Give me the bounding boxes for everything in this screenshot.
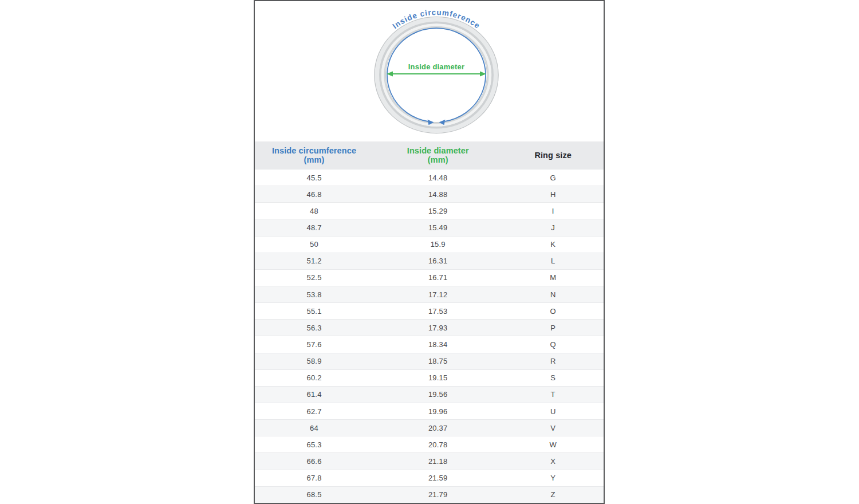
ring-size-cell: I [502,207,604,215]
ring-size-cell: N [502,290,604,299]
diameter-cell: 19.56 [373,390,502,399]
ring-size-cell: V [502,424,604,432]
diameter-cell: 19.96 [373,407,502,416]
ring-size-cell: O [502,307,604,316]
table-row: 60.219.15S [255,369,604,386]
diameter-cell: 21.59 [373,474,502,482]
ring-size-cell: H [502,190,604,199]
diameter-arrow [387,72,486,77]
diameter-cell: 20.78 [373,440,502,449]
table-row: 4815.29I [255,202,604,219]
table-row: 57.618.34Q [255,336,604,352]
table-header-row: Inside circumference (mm) Inside diamete… [255,141,604,169]
diameter-cell: 15.49 [373,223,502,232]
diameter-cell: 18.75 [373,357,502,365]
ring-size-cell: J [502,223,604,232]
diameter-label: Inside diameter [408,62,464,71]
ring-size-chart-panel: Inside circumference Inside diameter Ins… [254,0,605,504]
diameter-cell: 15.9 [373,240,502,249]
ring-illustration [375,17,498,133]
table-row: 46.814.88H [255,186,604,202]
ring-size-cell: X [502,457,604,466]
table-row: 45.514.48G [255,169,604,186]
table-row: 58.918.75R [255,353,604,369]
diameter-cell: 21.79 [373,490,502,499]
header-line1: Inside diameter [407,146,469,155]
diameter-cell: 18.34 [373,340,502,349]
table-row: 53.817.12N [255,286,604,302]
header-inside-diameter: Inside diameter (mm) [373,146,502,164]
ring-size-cell: Q [502,340,604,349]
table-body: 45.514.48G46.814.88H4815.29I48.715.49J50… [255,169,604,503]
table-row: 56.317.93P [255,319,604,336]
circumference-cell: 55.1 [255,307,373,316]
ring-size-cell: Y [502,474,604,482]
circumference-cell: 52.5 [255,273,373,282]
circumference-cell: 45.5 [255,174,373,182]
ring-size-cell: Z [502,490,604,499]
diameter-cell: 15.29 [373,207,502,215]
diameter-cell: 20.37 [373,424,502,432]
header-ring-size: Ring size [502,151,604,160]
ring-size-cell: G [502,174,604,182]
table-row: 67.821.59Y [255,470,604,486]
circumference-cell: 60.2 [255,373,373,382]
circumference-cell: 56.3 [255,324,373,332]
ring-size-cell: U [502,407,604,416]
circumference-cell: 57.6 [255,340,373,349]
table-row: 66.621.18X [255,452,604,469]
table-row: 48.715.49J [255,219,604,235]
table-row: 52.516.71M [255,269,604,286]
circumference-cell: 53.8 [255,290,373,299]
ring-diagram-svg: Inside circumference Inside diameter [255,1,604,141]
ring-size-cell: T [502,390,604,399]
circumference-cell: 62.7 [255,407,373,416]
diameter-cell: 17.12 [373,290,502,299]
diameter-cell: 14.48 [373,174,502,182]
table-row: 55.117.53O [255,302,604,319]
table-row: 61.419.56T [255,386,604,403]
circumference-cell: 48.7 [255,223,373,232]
ring-diagram: Inside circumference Inside diameter [255,1,604,141]
circumference-cell: 64 [255,424,373,432]
diameter-cell: 14.88 [373,190,502,199]
circumference-cell: 66.6 [255,457,373,466]
circumference-cell: 58.9 [255,357,373,365]
table-row: 51.216.31L [255,253,604,269]
table-row: 65.320.78W [255,436,604,452]
ring-size-cell: M [502,273,604,282]
header-inside-circumference: Inside circumference (mm) [255,146,373,164]
diameter-cell: 16.31 [373,257,502,265]
ring-size-cell: R [502,357,604,365]
header-line1: Inside circumference [272,146,356,155]
header-line2: (mm) [373,155,502,164]
ring-size-cell: W [502,440,604,449]
page: Inside circumference Inside diameter Ins… [0,0,859,504]
ring-size-cell: K [502,240,604,249]
table-row: 6420.37V [255,419,604,436]
ring-size-cell: S [502,373,604,382]
circumference-cell: 68.5 [255,490,373,499]
diameter-cell: 17.53 [373,307,502,316]
ring-size-cell: P [502,324,604,332]
header-line2: (mm) [255,155,373,164]
circumference-cell: 50 [255,240,373,249]
diameter-cell: 17.93 [373,324,502,332]
diameter-cell: 16.71 [373,273,502,282]
circumference-cell: 48 [255,207,373,215]
table-row: 62.719.96U [255,403,604,419]
circumference-cell: 46.8 [255,190,373,199]
header-line1: Ring size [534,151,572,160]
ring-size-table: Inside circumference (mm) Inside diamete… [255,141,604,503]
table-row: 5015.9K [255,236,604,253]
table-row: 68.521.79Z [255,486,604,503]
circumference-cell: 65.3 [255,440,373,449]
circumference-cell: 67.8 [255,474,373,482]
circumference-cell: 61.4 [255,390,373,399]
circumference-cell: 51.2 [255,257,373,265]
ring-size-cell: L [502,257,604,265]
diameter-cell: 21.18 [373,457,502,466]
diameter-cell: 19.15 [373,373,502,382]
